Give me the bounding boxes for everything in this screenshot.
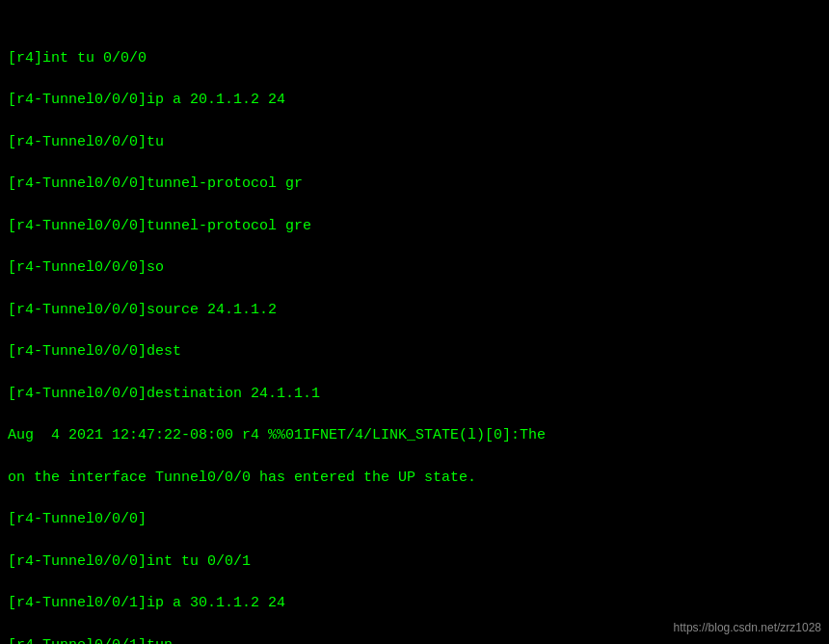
terminal-line: [r4-Tunnel0/0/0]so <box>8 257 821 279</box>
terminal-line: [r4-Tunnel0/0/0]dest <box>8 341 821 362</box>
terminal-line: [r4-Tunnel0/0/0]destination 24.1.1.1 <box>8 384 821 405</box>
terminal-line: [r4-Tunnel0/0/0]source 24.1.1.2 <box>8 300 821 321</box>
terminal-line: [r4-Tunnel0/0/0]ip a 20.1.1.2 24 <box>8 90 821 111</box>
terminal-line: Aug 4 2021 12:47:22-08:00 r4 %%01IFNET/4… <box>8 425 821 446</box>
terminal-line: on the interface Tunnel0/0/0 has entered… <box>8 468 821 489</box>
terminal-line: [r4-Tunnel0/0/0]int tu 0/0/1 <box>8 551 821 573</box>
terminal: [r4]int tu 0/0/0 [r4-Tunnel0/0/0]ip a 20… <box>0 0 829 644</box>
terminal-output: [r4]int tu 0/0/0 [r4-Tunnel0/0/0]ip a 20… <box>8 48 821 645</box>
terminal-line: [r4-Tunnel0/0/0]tu <box>8 132 821 153</box>
terminal-line: [r4-Tunnel0/0/1]ip a 30.1.1.2 24 <box>8 593 821 614</box>
terminal-line: [r4]int tu 0/0/0 <box>8 48 821 69</box>
terminal-line: [r4-Tunnel0/0/0]tunnel-protocol gr <box>8 174 821 195</box>
terminal-line: [r4-Tunnel0/0/0]tunnel-protocol gre <box>8 216 821 237</box>
terminal-line: [r4-Tunnel0/0/0] <box>8 509 821 530</box>
watermark: https://blog.csdn.net/zrz1028 <box>674 620 821 636</box>
